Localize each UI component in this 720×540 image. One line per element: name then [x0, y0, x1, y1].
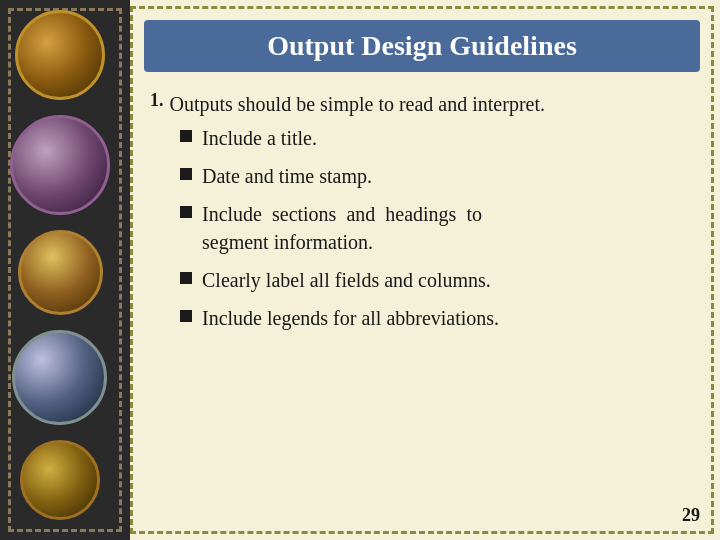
bullet-square-icon-2	[180, 168, 192, 180]
bullet-item-4: Clearly label all fields and columns.	[180, 266, 690, 294]
bullet-item-2: Date and time stamp.	[180, 162, 690, 190]
medal-2	[10, 115, 110, 215]
bullet-text-5: Include legends for all abbreviations.	[202, 304, 499, 332]
medal-5	[20, 440, 100, 520]
list-number-1: 1.	[150, 90, 164, 111]
bullet-text-1: Include a title.	[202, 124, 317, 152]
bullet-text-4: Clearly label all fields and columns.	[202, 266, 491, 294]
main-content: Output Design Guidelines 1. Outputs shou…	[130, 0, 720, 540]
bullet-section: Include a title. Date and time stamp. In…	[180, 124, 690, 332]
bullet-square-icon-5	[180, 310, 192, 322]
bullet-text-2: Date and time stamp.	[202, 162, 372, 190]
numbered-item-1-text: Outputs should be simple to read and int…	[170, 90, 545, 118]
bullet-item-5: Include legends for all abbreviations.	[180, 304, 690, 332]
medal-3	[18, 230, 103, 315]
medal-1	[15, 10, 105, 100]
bullet-item-3: Include sections and headings tosegment …	[180, 200, 690, 256]
page-number: 29	[682, 505, 700, 526]
slide-title: Output Design Guidelines	[164, 30, 680, 62]
content-area: 1. Outputs should be simple to read and …	[130, 72, 720, 540]
bullet-square-icon-1	[180, 130, 192, 142]
bullet-text-3: Include sections and headings tosegment …	[202, 200, 482, 256]
left-panel	[0, 0, 130, 540]
numbered-item-1: 1. Outputs should be simple to read and …	[150, 90, 690, 118]
slide-container: Output Design Guidelines 1. Outputs shou…	[0, 0, 720, 540]
medal-4	[12, 330, 107, 425]
title-bar: Output Design Guidelines	[144, 20, 700, 72]
bullet-square-icon-3	[180, 206, 192, 218]
bullet-square-icon-4	[180, 272, 192, 284]
bullet-item-1: Include a title.	[180, 124, 690, 152]
